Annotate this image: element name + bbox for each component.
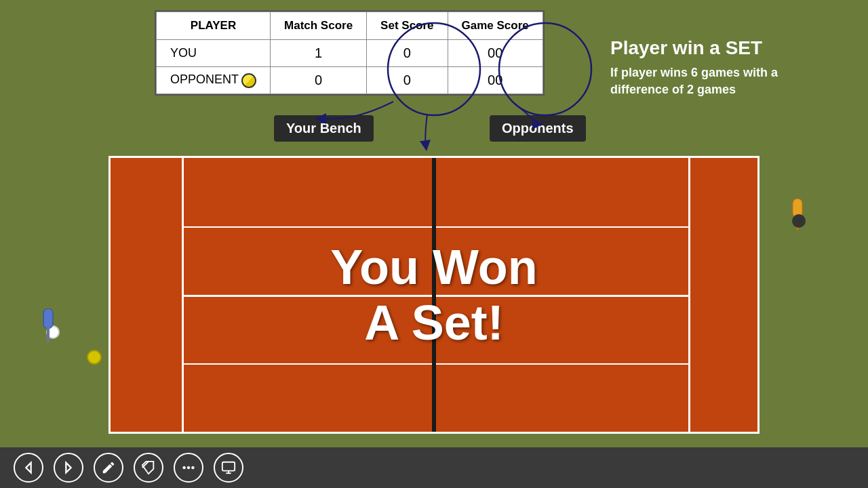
net-post bbox=[432, 158, 436, 432]
table-row-you: YOU 1 0 00 bbox=[157, 40, 543, 67]
svg-marker-7 bbox=[66, 463, 71, 473]
player-you: YOU bbox=[157, 40, 271, 67]
col-match-score: Match Score bbox=[271, 12, 367, 40]
ball-yellow bbox=[87, 350, 102, 365]
pen-button[interactable] bbox=[94, 453, 123, 483]
service-line-bottom bbox=[182, 363, 690, 365]
more-button[interactable] bbox=[174, 453, 203, 483]
set-score-you: 0 bbox=[367, 40, 448, 67]
svg-point-10 bbox=[187, 466, 190, 469]
tennis-court: You Won A Set! bbox=[108, 156, 760, 434]
next-button[interactable] bbox=[54, 453, 83, 483]
col-set-score: Set Score bbox=[367, 12, 448, 40]
next-icon bbox=[61, 460, 76, 475]
score-table-container: PLAYER Match Score Set Score Game Score … bbox=[155, 10, 545, 96]
col-game-score: Game Score bbox=[448, 12, 542, 40]
match-score-opponent: 0 bbox=[271, 67, 367, 94]
svg-rect-1 bbox=[47, 327, 50, 342]
pen-icon bbox=[101, 460, 116, 475]
svg-rect-0 bbox=[43, 308, 53, 329]
eraser-button[interactable] bbox=[134, 453, 163, 483]
service-line-top bbox=[182, 226, 690, 228]
win-info-description: If player wins 6 games with a difference… bbox=[610, 64, 814, 98]
more-icon bbox=[181, 460, 196, 475]
prev-icon bbox=[21, 460, 36, 475]
col-player: PLAYER bbox=[157, 12, 271, 40]
court-outer: You Won A Set! bbox=[108, 156, 760, 434]
game-score-you: 00 bbox=[448, 40, 542, 67]
svg-point-11 bbox=[192, 466, 195, 469]
opponent-icon bbox=[241, 73, 256, 88]
ball-dark bbox=[792, 214, 806, 228]
racket-left bbox=[35, 308, 62, 349]
toolbar bbox=[0, 447, 868, 488]
share-icon bbox=[221, 460, 236, 475]
svg-rect-12 bbox=[222, 462, 235, 471]
set-score-opponent: 0 bbox=[367, 67, 448, 94]
win-info-panel: Player win a SET If player wins 6 games … bbox=[610, 37, 814, 98]
score-table: PLAYER Match Score Set Score Game Score … bbox=[156, 12, 543, 94]
prev-button[interactable] bbox=[14, 453, 43, 483]
svg-marker-6 bbox=[26, 463, 31, 473]
win-info-title: Player win a SET bbox=[610, 37, 814, 59]
svg-point-9 bbox=[183, 466, 186, 469]
player-opponent: OPPONENT bbox=[157, 67, 271, 94]
court-mid-line bbox=[182, 295, 690, 297]
match-score-you: 1 bbox=[271, 40, 367, 67]
game-score-opponent: 00 bbox=[448, 67, 542, 94]
opponents-label: Opponents bbox=[490, 115, 586, 142]
share-button[interactable] bbox=[214, 453, 243, 483]
eraser-icon bbox=[141, 460, 156, 475]
your-bench-label: Your Bench bbox=[274, 115, 374, 142]
table-row-opponent: OPPONENT 0 0 00 bbox=[157, 67, 543, 94]
